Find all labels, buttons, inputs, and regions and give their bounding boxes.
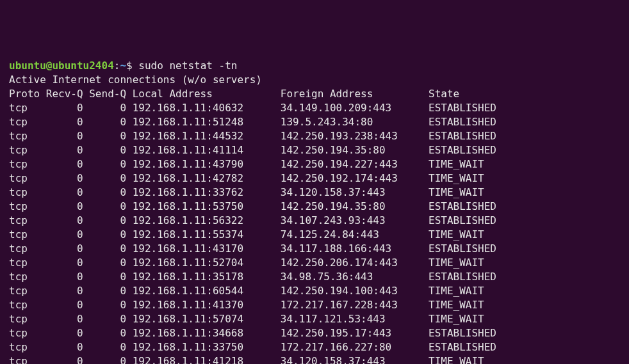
- connection-row: tcp 0 0 192.168.1.11:56322 34.107.243.93…: [9, 214, 620, 228]
- connection-row: tcp 0 0 192.168.1.11:43790 142.250.194.2…: [9, 157, 620, 171]
- connection-row: tcp 0 0 192.168.1.11:60544 142.250.194.1…: [9, 284, 620, 298]
- command-text[interactable]: sudo netstat -tn: [133, 59, 238, 72]
- connection-row: tcp 0 0 192.168.1.11:51248 139.5.243.34:…: [9, 115, 620, 129]
- connection-row: tcp 0 0 192.168.1.11:52704 142.250.206.1…: [9, 256, 620, 270]
- connection-row: tcp 0 0 192.168.1.11:55374 74.125.24.84:…: [9, 228, 620, 242]
- connection-row: tcp 0 0 192.168.1.11:41218 34.120.158.37…: [9, 354, 620, 364]
- prompt-dollar: $: [126, 59, 133, 72]
- connection-row: tcp 0 0 192.168.1.11:35178 34.98.75.36:4…: [9, 270, 620, 284]
- connection-row: tcp 0 0 192.168.1.11:41370 172.217.167.2…: [9, 298, 620, 312]
- connection-row: tcp 0 0 192.168.1.11:57074 34.117.121.53…: [9, 312, 620, 326]
- connection-row: tcp 0 0 192.168.1.11:43170 34.117.188.16…: [9, 242, 620, 256]
- connection-row: tcp 0 0 192.168.1.11:42782 142.250.192.1…: [9, 171, 620, 186]
- output-title: Active Internet connections (w/o servers…: [9, 73, 620, 87]
- output-header: Proto Recv-Q Send-Q Local Address Foreig…: [9, 87, 620, 101]
- terminal-prompt-line: ubuntu@ubuntu2404:~$ sudo netstat -tn: [9, 59, 620, 73]
- prompt-cwd: ~: [120, 59, 126, 72]
- connection-row: tcp 0 0 192.168.1.11:33762 34.120.158.37…: [9, 186, 620, 200]
- connection-row: tcp 0 0 192.168.1.11:41114 142.250.194.3…: [9, 143, 620, 157]
- connection-row: tcp 0 0 192.168.1.11:33750 172.217.166.2…: [9, 340, 620, 354]
- prompt-user-host: ubuntu@ubuntu2404: [9, 59, 114, 72]
- connection-row: tcp 0 0 192.168.1.11:44532 142.250.193.2…: [9, 129, 620, 143]
- connection-row: tcp 0 0 192.168.1.11:53750 142.250.194.3…: [9, 200, 620, 214]
- connection-row: tcp 0 0 192.168.1.11:34668 142.250.195.1…: [9, 326, 620, 340]
- output-rows: tcp 0 0 192.168.1.11:40632 34.149.100.20…: [9, 101, 620, 364]
- connection-row: tcp 0 0 192.168.1.11:40632 34.149.100.20…: [9, 101, 620, 115]
- prompt-colon: :: [114, 59, 120, 72]
